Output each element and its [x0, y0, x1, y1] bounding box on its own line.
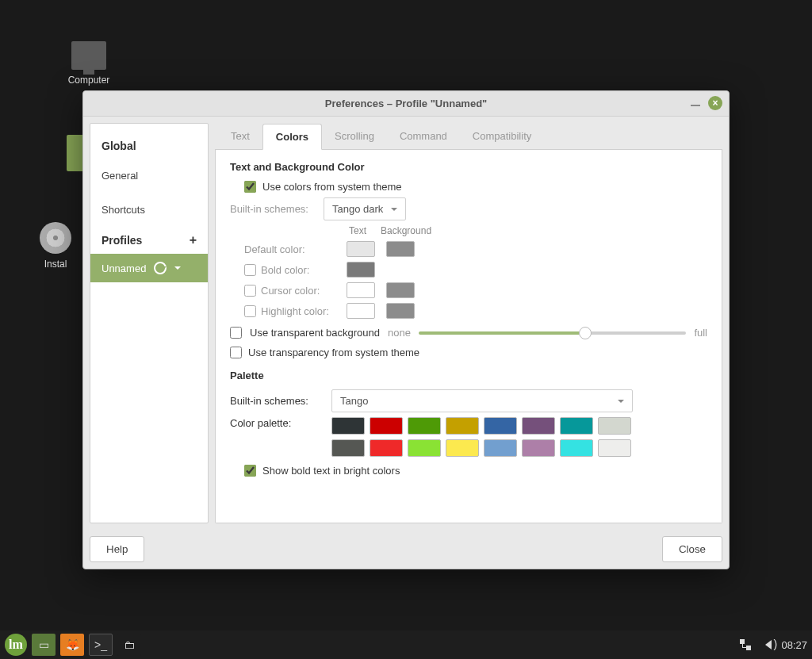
volume-icon[interactable] [760, 640, 772, 649]
default-text-swatch[interactable] [347, 241, 375, 257]
monitor-icon [71, 41, 106, 70]
close-button[interactable]: Close [662, 536, 722, 562]
palette-swatch-1-2[interactable] [408, 439, 441, 457]
highlight-text-swatch[interactable] [347, 303, 375, 319]
palette-swatch-0-7[interactable] [598, 417, 631, 435]
highlight-color-checkbox[interactable] [244, 305, 256, 317]
highlight-bg-swatch[interactable] [386, 303, 415, 319]
palette-builtin-label: Built-in schemes: [230, 395, 325, 407]
transp-system-label: Use transparency from system theme [248, 347, 419, 358]
content-panel: Text and Background Color Use colors fro… [215, 150, 722, 523]
terminal-taskbar-button[interactable]: >_ [89, 634, 113, 656]
close-window-button[interactable]: × [708, 96, 722, 110]
tabs: Text Colors Scrolling Command Compatibil… [215, 123, 722, 150]
sidebar-profiles-header: Profiles + [90, 227, 208, 254]
tab-text[interactable]: Text [218, 124, 262, 150]
palette-swatch-0-5[interactable] [522, 417, 555, 435]
bold-color-checkbox[interactable] [244, 264, 256, 276]
profile-default-icon [154, 262, 167, 274]
sidebar-profiles-label: Profiles [102, 234, 142, 247]
section-palette: Palette [230, 370, 707, 381]
builtin-scheme-value: Tango dark [332, 203, 383, 215]
palette-swatch-1-4[interactable] [484, 439, 517, 457]
sidebar-item-general[interactable]: General [90, 159, 208, 193]
taskbar: lm ▭ 🦊 >_ 🗀 08:27 [0, 630, 812, 659]
use-system-theme-label: Use colors from system theme [262, 181, 402, 193]
files-launcher[interactable]: 🗀 [117, 634, 141, 656]
desktop-icon-label: Instal [32, 259, 79, 270]
sidebar: Global General Shortcuts Profiles + Unna… [90, 123, 209, 523]
highlight-color-row: Highlight color: [244, 303, 707, 319]
default-bg-swatch[interactable] [386, 241, 415, 257]
palette-swatch-0-0[interactable] [331, 417, 365, 435]
show-bold-row: Show bold text in bright colors [230, 465, 707, 477]
palette-swatch-0-3[interactable] [446, 417, 479, 435]
tab-compatibility[interactable]: Compatibility [460, 124, 544, 150]
titlebar[interactable]: Preferences – Profile "Unnamed" × [83, 91, 729, 117]
palette-swatch-1-3[interactable] [446, 439, 479, 457]
palette-swatch-0-2[interactable] [408, 417, 441, 435]
transp-none-label: none [388, 327, 411, 339]
minimize-button[interactable] [691, 105, 700, 106]
palette-swatch-1-6[interactable] [560, 439, 593, 457]
col-head-text: Text [349, 225, 366, 236]
firefox-launcher[interactable]: 🦊 [60, 634, 84, 656]
sidebar-global-header: Global [90, 133, 208, 159]
cursor-text-swatch[interactable] [347, 282, 375, 298]
show-desktop-button[interactable]: ▭ [32, 634, 56, 656]
tab-colors[interactable]: Colors [262, 124, 322, 150]
transparent-bg-label: Use transparent background [250, 327, 380, 339]
tab-command[interactable]: Command [387, 124, 460, 150]
slider-thumb[interactable] [579, 327, 592, 339]
sidebar-item-shortcuts[interactable]: Shortcuts [90, 193, 208, 227]
palette-row-0 [331, 417, 631, 435]
palette-builtin-select[interactable]: Tango [331, 389, 633, 412]
palette-builtin-value: Tango [340, 395, 368, 407]
transparent-bg-checkbox[interactable] [230, 327, 242, 339]
palette-swatch-0-4[interactable] [484, 417, 517, 435]
palette-swatch-0-6[interactable] [560, 417, 593, 435]
use-system-theme-checkbox[interactable] [244, 181, 256, 193]
clock[interactable]: 08:27 [781, 639, 807, 651]
desktop-icon-computer[interactable]: Computer [57, 41, 121, 86]
show-bold-checkbox[interactable] [244, 465, 256, 477]
palette-swatch-0-1[interactable] [370, 417, 403, 435]
palette-swatch-1-5[interactable] [522, 439, 555, 457]
bold-color-row: Bold color: [244, 262, 707, 278]
preferences-dialog: Preferences – Profile "Unnamed" × Global… [82, 90, 730, 569]
desktop-icon-label: Computer [57, 75, 121, 86]
transp-system-checkbox[interactable] [230, 347, 242, 358]
palette-swatch-1-0[interactable] [331, 439, 365, 457]
start-menu-button[interactable]: lm [5, 634, 27, 656]
palette-swatch-1-7[interactable] [598, 439, 631, 457]
builtin-scheme-row: Built-in schemes: Tango dark [230, 197, 707, 220]
show-bold-label: Show bold text in bright colors [262, 465, 400, 477]
cursor-color-row: Cursor color: [244, 282, 707, 298]
add-profile-button[interactable]: + [190, 233, 197, 247]
use-system-theme-row: Use colors from system theme [230, 181, 707, 193]
tab-scrolling[interactable]: Scrolling [322, 124, 387, 150]
desktop-icon-install[interactable]: Instal [32, 222, 79, 270]
highlight-color-label: Highlight color: [261, 305, 329, 317]
default-color-label: Default color: [244, 243, 335, 255]
transp-full-label: full [694, 327, 707, 339]
profile-menu-caret-icon[interactable] [174, 266, 181, 273]
transparency-slider[interactable] [419, 331, 686, 335]
cursor-bg-swatch[interactable] [386, 282, 415, 298]
network-icon[interactable] [740, 639, 751, 650]
transparent-bg-row: Use transparent background none full [230, 327, 707, 339]
builtin-scheme-select[interactable]: Tango dark [324, 197, 406, 220]
main-panel: Text Colors Scrolling Command Compatibil… [215, 123, 722, 523]
profile-name: Unnamed [102, 262, 146, 274]
palette-swatch-1-1[interactable] [370, 439, 403, 457]
cursor-color-checkbox[interactable] [244, 285, 256, 297]
palette-row: Color palette: [230, 417, 707, 457]
bold-color-label: Bold color: [261, 264, 309, 276]
bold-text-swatch[interactable] [347, 262, 375, 278]
default-color-row: Default color: [244, 241, 707, 257]
section-text-bg: Text and Background Color [230, 161, 707, 173]
help-button[interactable]: Help [90, 536, 144, 562]
palette-row-1 [331, 439, 631, 457]
profile-row-unnamed[interactable]: Unnamed [90, 254, 208, 282]
builtin-scheme-label: Built-in schemes: [230, 203, 317, 215]
